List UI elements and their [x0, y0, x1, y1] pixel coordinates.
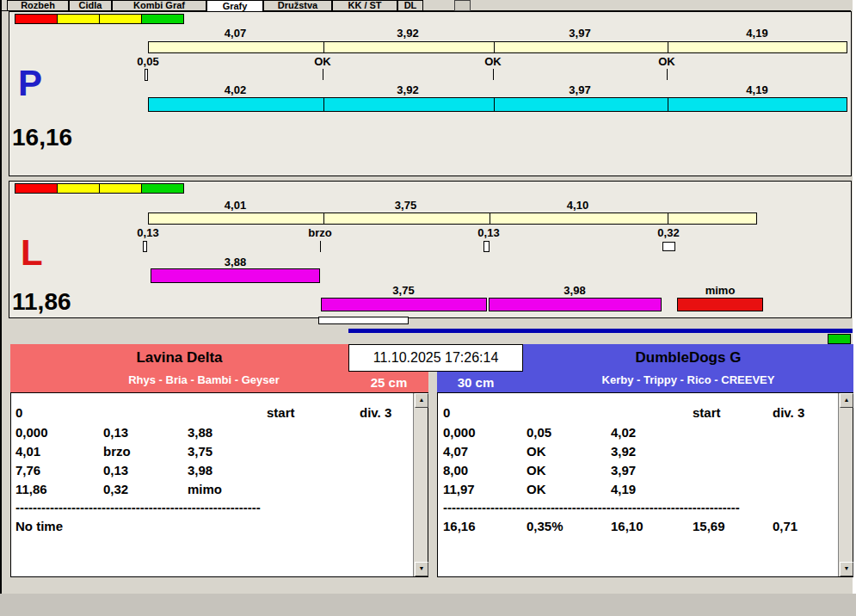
tab-druzstva[interactable]: Družstva [263, 0, 332, 10]
right-table-scrollbar[interactable]: ▲ ▼ [838, 393, 853, 576]
tabstrip-button[interactable] [454, 0, 471, 11]
table-cell: brzo [103, 444, 131, 459]
legend-red-box [15, 183, 58, 194]
lane-p-panel: 4,07 3,92 3,97 4,19 0,05 OK OK OK 4,02 3… [9, 11, 852, 176]
tab-rozbeh[interactable]: Rozbeh [7, 0, 69, 10]
lane-letter-l: L [21, 235, 43, 271]
table-cell: OK [527, 463, 546, 477]
tab-label: DL [398, 0, 422, 10]
table-cell: 11,86 [15, 482, 47, 496]
bar-divider [668, 213, 668, 224]
left-table-scrollbar[interactable]: ▲ ▼ [413, 393, 428, 576]
table-header-cell: div. 3 [360, 405, 391, 420]
tab-label: Rozbeh [8, 0, 68, 10]
tab-kombi-graf[interactable]: Kombi Graf [112, 0, 206, 10]
table-cell: 0,13 [103, 425, 128, 440]
table-cell: 4,07 [443, 444, 468, 459]
tabstrip-divider [2, 10, 851, 11]
table-header-cell: start [267, 405, 295, 420]
table-cell: 3,97 [611, 463, 636, 477]
lane-l-total-time: 11,86 [12, 290, 71, 314]
tabstrip: Rozbeh Cidla Kombi Graf Grafy Družstva K… [7, 0, 423, 10]
change-mark [483, 241, 490, 252]
tab-kk-st[interactable]: KK / ST [332, 0, 397, 10]
table-header-cell: 0 [15, 405, 22, 420]
bar-divider [668, 42, 668, 52]
scroll-up-button[interactable]: ▲ [415, 393, 428, 408]
legend-green-box [141, 14, 184, 24]
legend-yellow-box-1 [57, 14, 100, 24]
run-split-label: 3,75 [321, 284, 486, 297]
table-cell: 4,19 [611, 482, 636, 496]
table-cell: 0,32 [103, 482, 128, 496]
scroll-up-button[interactable]: ▲ [840, 393, 853, 408]
legend-yellow-box-2 [99, 183, 142, 194]
run-split-label: 4,02 [148, 83, 323, 96]
desktop-area [0, 594, 856, 616]
change-mark [143, 241, 147, 252]
expected-split-label: 4,01 [148, 199, 323, 212]
fault-label: mimo [677, 284, 763, 297]
table-cell: 0,000 [15, 425, 48, 440]
result-cell: 15,69 [693, 519, 725, 533]
change-label: brzo [286, 226, 354, 239]
expected-splits-bar [148, 41, 847, 53]
legend-yellow-box-1 [57, 183, 100, 194]
scroll-down-button[interactable]: ▼ [840, 562, 853, 576]
table-separator: ----------------------------------------… [443, 500, 740, 514]
expected-split-label: 4,10 [489, 199, 667, 212]
expected-split-label: 3,97 [493, 27, 667, 40]
tab-cidla[interactable]: Cidla [69, 0, 112, 10]
change-mark [667, 69, 668, 80]
table-cell: 3,98 [188, 463, 212, 477]
table-separator: ----------------------------------------… [15, 500, 261, 514]
signal-legend-p [15, 14, 184, 24]
change-label: 0,13 [454, 226, 523, 239]
change-label: 0,13 [114, 226, 182, 239]
lane-letter-p: P [18, 65, 42, 102]
signal-legend-l [15, 183, 184, 194]
tab-label: Družstva [264, 0, 331, 10]
change-label: 0,05 [114, 55, 182, 68]
table-cell: OK [527, 482, 546, 496]
table-header-cell: 0 [443, 405, 450, 420]
change-label: 0,32 [634, 226, 703, 239]
legend-green-box [141, 183, 184, 194]
table-cell: mimo [188, 482, 222, 496]
change-label: OK [459, 55, 527, 68]
tab-dl[interactable]: DL [397, 0, 423, 10]
lane-l-panel: 4,01 3,75 4,10 0,13 brzo 0,13 0,32 3,88 … [9, 181, 852, 318]
expected-split-label: 3,92 [323, 27, 493, 40]
bar-divider [323, 98, 324, 111]
change-label: OK [288, 55, 357, 68]
table-cell: 8,00 [443, 463, 468, 477]
bar-divider [494, 98, 495, 111]
change-label: OK [632, 55, 701, 68]
right-team-block: DumbleDogs G Kerby - Trippy - Rico - CRE… [437, 344, 853, 577]
run-splits-bar [148, 97, 847, 112]
left-team-dogs: Rhys - Bria - Bambi - Geyser [10, 373, 397, 386]
scroll-down-button[interactable]: ▼ [415, 562, 428, 576]
left-team-jump-height: 25 cm [354, 375, 423, 390]
run-split-label: 3,92 [323, 83, 493, 96]
result-cell: 16,10 [611, 519, 644, 533]
result-cell: 16,16 [443, 519, 476, 533]
legend-yellow-box-2 [99, 14, 142, 24]
table-cell: 0,05 [527, 425, 551, 440]
table-header-cell: div. 3 [773, 405, 804, 420]
expected-split-label: 3,75 [323, 199, 489, 212]
run-split-label: 3,88 [151, 256, 320, 268]
bar-divider [668, 98, 668, 111]
bar-divider [494, 42, 495, 52]
tab-label: Cidla [70, 0, 111, 10]
table-header-cell: start [693, 405, 721, 420]
run-split-label: 3,98 [489, 284, 661, 297]
right-results-table: 0 start div. 3 0,000 0,05 4,02 4,07 OK 3… [437, 392, 853, 577]
tab-label: Kombi Graf [113, 0, 206, 10]
tab-grafy[interactable]: Grafy [206, 0, 263, 11]
change-mark [662, 242, 675, 251]
window-edge [0, 0, 2, 594]
result-cell: 0,35% [527, 519, 563, 533]
table-cell: 3,88 [188, 425, 212, 440]
run-bar-dog3 [489, 298, 662, 311]
